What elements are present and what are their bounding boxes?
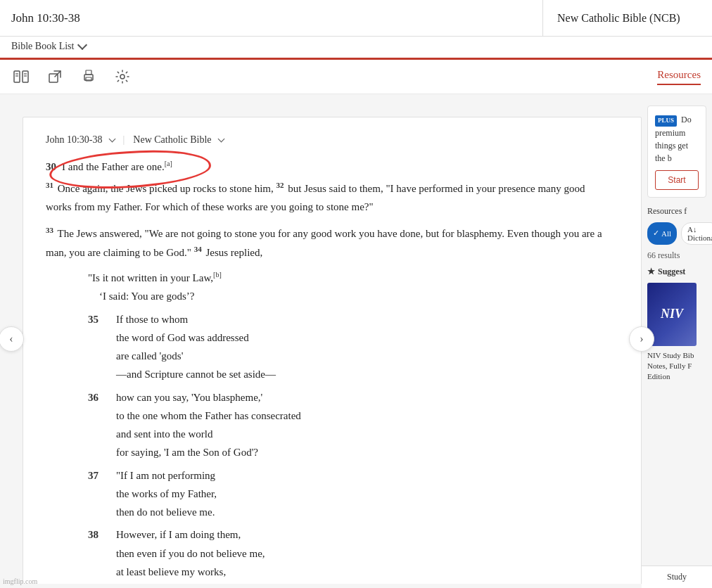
verse-38-spacer-2 xyxy=(88,563,116,581)
verse-num-31: 31 xyxy=(46,181,53,189)
verse-35-spacer-1 xyxy=(88,328,116,347)
verse-36-text-2: and sent into the world xyxy=(116,425,613,443)
poetry-intro: "Is it not written in your Law,[b] xyxy=(88,269,613,287)
version-selector-inline[interactable]: New Catholic Bible xyxy=(133,134,211,146)
book-thumb-title: NIV xyxy=(661,307,683,322)
verse-35-block: 35 If those to whom the word of God was … xyxy=(88,310,613,384)
suggests-text: Suggest xyxy=(658,267,685,277)
verse-37-spacer-1 xyxy=(88,485,116,503)
verse-38-line-0: 38 However, if I am doing them, xyxy=(88,525,613,544)
verse-31-32-block: 31 Once again, the Jews picked up rocks … xyxy=(46,179,613,217)
verse-37-text-1: the works of my Father, xyxy=(116,485,613,503)
verse-35-line-0: 35 If those to whom xyxy=(88,310,613,328)
verse-35-text-0: If those to whom xyxy=(116,310,613,328)
filter-dict-button[interactable]: A↓ Dictiona xyxy=(681,222,712,245)
start-button[interactable]: Start xyxy=(655,170,699,190)
svg-point-11 xyxy=(120,75,125,79)
verse-36-line-0: 36 how can you say, 'You blaspheme,' xyxy=(88,388,613,407)
filter-dict-icon: A↓ xyxy=(687,225,697,234)
svg-rect-0 xyxy=(14,71,20,82)
verse-37-line-0: 37 "If I am not performing xyxy=(88,466,613,485)
external-link-icon[interactable] xyxy=(45,67,65,87)
watermark: imgflip.com xyxy=(3,577,37,584)
poetry-block: "Is it not written in your Law,[b] ‘I sa… xyxy=(88,269,613,306)
toolbar: Resources xyxy=(0,60,712,94)
verse-num-36: 36 xyxy=(88,388,116,407)
verse-30-block: 30 I and the Father are one.[a] xyxy=(46,160,613,173)
verse-num-37: 37 xyxy=(88,466,116,485)
checkmark-icon: ✓ xyxy=(653,229,659,238)
star-icon: ★ xyxy=(647,267,655,277)
verse-33-text: The Jews answered, "We are not going to … xyxy=(46,228,602,258)
filter-dict-label: Dictiona xyxy=(687,234,712,242)
study-label: Study xyxy=(667,572,687,582)
header: John 10:30-38 New Catholic Bible (NCB) xyxy=(0,0,712,37)
verse-35-spacer-2 xyxy=(88,347,116,365)
verse-35-line-3: —and Scripture cannot be set aside— xyxy=(88,365,613,383)
footnote-30a: [a] xyxy=(165,160,172,167)
verse-31-text: Once again, the Jews picked up rocks to … xyxy=(58,183,276,194)
verse-38-block: 38 However, if I am doing them, then eve… xyxy=(88,525,613,581)
verse-36-text-0: how can you say, 'You blaspheme,' xyxy=(116,388,613,407)
verse-35-line-2: are called 'gods' xyxy=(88,347,613,365)
book-thumbnail: NIV xyxy=(647,283,697,346)
bottom-bar[interactable]: Study xyxy=(642,565,712,584)
svg-rect-1 xyxy=(23,71,28,82)
version-selector[interactable]: New Catholic Bible (NCB) xyxy=(543,0,712,36)
passage-ref-chevron xyxy=(108,136,115,143)
verse-37-spacer-2 xyxy=(88,503,116,521)
verse-num-35: 35 xyxy=(88,310,116,328)
verse-37-text-0: "If I am not performing xyxy=(116,466,613,485)
prev-chapter-button[interactable]: ‹ xyxy=(0,326,24,352)
promo-block: PLUS Do premium things get the b Start xyxy=(647,106,706,198)
svg-rect-9 xyxy=(86,70,91,75)
verse-num-38: 38 xyxy=(88,525,116,544)
verse-num-32: 32 xyxy=(276,181,284,189)
verse-37-block: 37 "If I am not performing the works of … xyxy=(88,466,613,522)
book-caption: NIV Study Bib Notes, Fully F Edition xyxy=(647,350,706,383)
passage-header: John 10:30-38 | New Catholic Bible xyxy=(46,134,613,146)
verse-37-line-2: then do not believe me. xyxy=(88,503,613,521)
verse-num-33: 33 xyxy=(46,226,53,234)
results-count: 66 results xyxy=(647,250,706,261)
verse-num-34: 34 xyxy=(194,245,202,253)
verse-38-line-2: at least believe my works, xyxy=(88,563,613,581)
verse-36-text-1: to the one whom the Father has consecrat… xyxy=(116,407,613,425)
filter-row: ✓ All A↓ Dictiona xyxy=(647,222,706,245)
verse-30-content: I and the Father are one. xyxy=(62,161,165,172)
version-chevron xyxy=(217,136,224,143)
verse-36-line-1: to the one whom the Father has consecrat… xyxy=(88,407,613,425)
print-icon[interactable] xyxy=(79,67,98,87)
verse-36-text-3: for saying, 'I am the Son of God'? xyxy=(116,443,613,461)
book-list-bar[interactable]: Bible Book List xyxy=(0,37,712,60)
verse-35-text-3: —and Scripture cannot be set aside— xyxy=(116,365,613,383)
passage-ref-selector[interactable]: John 10:30-38 xyxy=(46,134,103,146)
verse-36-spacer-3 xyxy=(88,443,116,461)
filter-all-label: All xyxy=(661,229,671,238)
verse-36-spacer-1 xyxy=(88,407,116,425)
suggests-label: ★ Suggest xyxy=(647,267,706,277)
book-list-label: Bible Book List xyxy=(11,41,74,52)
verse-37-line-1: the works of my Father, xyxy=(88,485,613,503)
resources-tab[interactable]: Resources xyxy=(657,69,701,85)
verse-33-block: 33 The Jews answered, "We are not going … xyxy=(46,224,613,262)
poetry-line1: ‘I said: You are gods’? xyxy=(88,287,613,305)
chevron-down-icon xyxy=(77,40,87,50)
verse-35-line-1: the word of God was addressed xyxy=(88,328,613,347)
compare-icon[interactable] xyxy=(11,67,31,87)
verse-38-spacer-1 xyxy=(88,544,116,563)
settings-icon[interactable] xyxy=(113,67,132,87)
verse-30-text: I and the Father are one.[a] xyxy=(62,160,172,173)
passage-input[interactable]: John 10:30-38 xyxy=(0,0,543,36)
bible-panel: John 10:30-38 | New Catholic Bible 30 I … xyxy=(23,117,642,584)
filter-all-button[interactable]: ✓ All xyxy=(647,222,677,245)
footnote-b: [b] xyxy=(213,271,222,279)
verse-35-text-2: are called 'gods' xyxy=(116,347,613,365)
plus-badge: PLUS xyxy=(655,115,677,127)
verse-38-text-0: However, if I am doing them, xyxy=(116,525,613,544)
verse-35-spacer-3 xyxy=(88,365,116,383)
verse-38-text-2: at least believe my works, xyxy=(116,563,613,581)
book-item[interactable]: NIV NIV Study Bib Notes, Fully F Edition xyxy=(647,283,706,383)
next-chapter-button[interactable]: › xyxy=(629,326,654,352)
verse-36-line-2: and sent into the world xyxy=(88,425,613,443)
